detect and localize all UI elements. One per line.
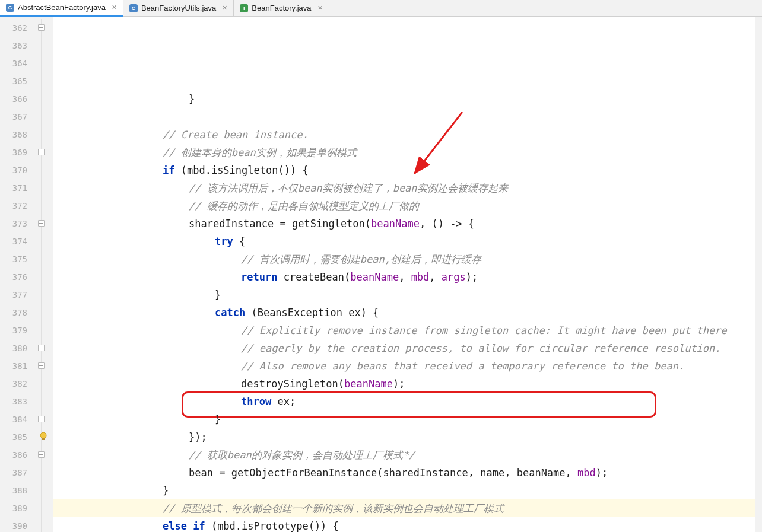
close-icon[interactable]: ✕ xyxy=(318,4,323,12)
code-token: throw xyxy=(241,396,271,407)
code-token: = getSingleton( xyxy=(274,218,371,230)
fold-slot xyxy=(36,144,53,161)
editor-tab-1[interactable]: CBeanFactoryUtils.java✕ xyxy=(123,0,234,16)
code-line[interactable]: // 创建本身的bean实例，如果是单例模式 xyxy=(53,144,762,161)
code-line[interactable]: // 缓存的动作，是由各自领域模型定义的工厂做的 xyxy=(53,197,762,215)
code-token: // 首次调用时，需要创建bean,创建后，即进行缓存 xyxy=(241,253,481,265)
code-line[interactable]: throw ex; xyxy=(53,393,762,410)
line-number: 377 xyxy=(0,286,36,304)
fold-slot xyxy=(36,321,53,339)
code-line[interactable]: // 首次调用时，需要创建bean,创建后，即进行缓存 xyxy=(53,250,762,268)
code-token: sharedInstance xyxy=(383,467,468,479)
fold-slot xyxy=(36,286,53,304)
line-number: 381 xyxy=(0,357,36,375)
fold-slot xyxy=(36,339,53,357)
line-number: 388 xyxy=(0,482,36,499)
code-line[interactable]: // Also remove any beans that received a… xyxy=(53,357,762,375)
code-token: mbd xyxy=(577,467,596,479)
code-line[interactable]: bean = getObjectForBeanInstance(sharedIn… xyxy=(53,464,762,482)
code-line[interactable]: else if (mbd.isPrototype()) { xyxy=(53,517,762,532)
code-token: (mbd.isPrototype()) { xyxy=(205,520,339,532)
line-number: 382 xyxy=(0,375,36,393)
code-token: // 缓存的动作，是由各自领域模型定义的工厂做的 xyxy=(189,200,419,212)
code-token: if xyxy=(163,164,174,176)
code-line[interactable]: } xyxy=(53,482,762,499)
close-icon[interactable]: ✕ xyxy=(112,4,117,11)
fold-slot xyxy=(36,161,53,179)
code-editor[interactable]: 3623633643653663673683693703713723733743… xyxy=(0,17,762,532)
code-line[interactable] xyxy=(53,108,762,126)
svg-point-0 xyxy=(40,432,46,438)
fold-toggle-icon[interactable] xyxy=(38,149,45,155)
code-area[interactable]: }// Create bean instance.// 创建本身的bean实例，… xyxy=(53,17,762,532)
fold-slot xyxy=(36,268,53,286)
intention-bulb-icon[interactable] xyxy=(39,432,48,441)
tab-label: BeanFactory.java xyxy=(252,4,311,12)
fold-toggle-icon[interactable] xyxy=(38,24,45,31)
code-token: } xyxy=(189,93,195,105)
fold-column[interactable] xyxy=(36,17,53,532)
tab-label: AbstractBeanFactory.java xyxy=(18,3,106,12)
line-number: 390 xyxy=(0,517,36,532)
line-number: 378 xyxy=(0,304,36,321)
line-number: 383 xyxy=(0,393,36,410)
fold-slot xyxy=(36,90,53,108)
editor-tab-2[interactable]: IBeanFactory.java✕ xyxy=(234,0,329,16)
vertical-scrollbar[interactable] xyxy=(755,17,762,532)
fold-slot xyxy=(36,72,53,90)
fold-toggle-icon[interactable] xyxy=(38,345,45,351)
fold-slot xyxy=(36,446,53,464)
fold-slot xyxy=(36,410,53,428)
code-line[interactable]: // 获取bean的对象实例，会自动处理工厂模式*/ xyxy=(53,446,762,464)
code-line[interactable]: sharedInstance = getSingleton(beanName, … xyxy=(53,215,762,232)
code-token: // Create bean instance. xyxy=(163,129,309,141)
line-number: 363 xyxy=(0,37,36,55)
code-token: , xyxy=(429,271,441,283)
code-token: args xyxy=(442,271,466,283)
code-token: ); xyxy=(393,378,405,390)
tab-label: BeanFactoryUtils.java xyxy=(141,4,216,12)
code-token: mbd xyxy=(411,271,430,283)
code-token: try xyxy=(215,235,233,247)
code-line[interactable]: }); xyxy=(53,428,762,446)
close-icon[interactable]: ✕ xyxy=(222,4,227,12)
code-line[interactable]: } xyxy=(53,410,762,428)
code-token: createBean( xyxy=(277,271,350,283)
code-line[interactable]: if (mbd.isSingleton()) { xyxy=(53,161,762,179)
code-line[interactable]: // 该方法调用后，不仅bean实例被创建了，bean实例还会被缓存起来 xyxy=(53,179,762,197)
fold-toggle-icon[interactable] xyxy=(38,451,45,458)
code-token: // 原型模式，每次都会创建一个新的实例，该新实例也会自动处理工厂模式 xyxy=(163,502,504,514)
file-type-icon: C xyxy=(129,4,138,12)
code-line[interactable]: } xyxy=(53,286,762,304)
code-line[interactable]: // eagerly by the creation process, to a… xyxy=(53,339,762,357)
code-line[interactable]: // Explicitly remove instance from singl… xyxy=(53,321,762,339)
code-token: // 获取bean的对象实例，会自动处理工厂模式*/ xyxy=(189,449,415,461)
code-line[interactable]: // Create bean instance. xyxy=(53,126,762,144)
line-number: 366 xyxy=(0,90,36,108)
code-line[interactable]: try { xyxy=(53,232,762,250)
code-token: } xyxy=(215,413,221,425)
line-number: 369 xyxy=(0,144,36,161)
fold-slot xyxy=(36,499,53,517)
code-token: ); xyxy=(466,271,478,283)
fold-toggle-icon[interactable] xyxy=(38,416,45,422)
editor-tab-0[interactable]: CAbstractBeanFactory.java✕ xyxy=(0,0,123,17)
code-line[interactable]: return createBean(beanName, mbd, args); xyxy=(53,268,762,286)
code-line[interactable]: } xyxy=(53,90,762,108)
code-token: // Explicitly remove instance from singl… xyxy=(241,324,727,336)
code-token: destroySingleton( xyxy=(241,378,344,390)
code-token: ex; xyxy=(271,396,296,407)
code-token: beanName xyxy=(344,378,393,390)
fold-toggle-icon[interactable] xyxy=(38,220,45,227)
code-token: , xyxy=(399,271,411,283)
code-line[interactable]: // 原型模式，每次都会创建一个新的实例，该新实例也会自动处理工厂模式 xyxy=(53,499,762,517)
code-token: catch xyxy=(215,307,245,318)
file-type-icon: C xyxy=(6,4,14,12)
code-line[interactable]: destroySingleton(beanName); xyxy=(53,375,762,393)
line-number: 376 xyxy=(0,268,36,286)
fold-slot xyxy=(36,232,53,250)
line-number: 367 xyxy=(0,108,36,126)
fold-toggle-icon[interactable] xyxy=(38,362,45,369)
code-line[interactable]: catch (BeansException ex) { xyxy=(53,304,762,321)
fold-slot xyxy=(36,482,53,499)
